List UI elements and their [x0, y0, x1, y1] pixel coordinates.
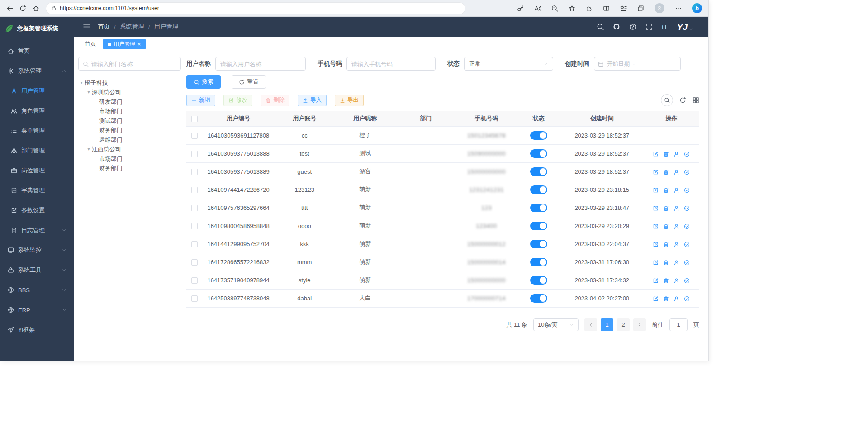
sidebar-item-dept[interactable]: 部门管理 [0, 141, 74, 161]
reset-password-button[interactable] [674, 169, 679, 175]
help-icon[interactable] [629, 23, 636, 30]
breadcrumb-item[interactable]: 系统管理 [120, 23, 144, 31]
sidebar-item-system[interactable]: 系统管理 [0, 61, 74, 81]
breadcrumb-item[interactable]: 首页 [98, 23, 110, 31]
browser-home-button[interactable] [33, 5, 39, 12]
row-checkbox[interactable] [191, 295, 198, 302]
user-menu[interactable]: YJ [677, 23, 693, 31]
sidebar-item-erp[interactable]: ERP [0, 300, 74, 320]
row-checkbox[interactable] [191, 169, 198, 175]
date-range-picker[interactable]: 开始日期 - [594, 57, 681, 71]
sidebar-item-monitor[interactable]: 系统监控 [0, 240, 74, 260]
status-toggle[interactable] [530, 167, 547, 176]
next-page-button[interactable] [633, 318, 646, 331]
page-size-select[interactable]: 10条/页 [533, 318, 579, 331]
add-button[interactable]: 新增 [186, 95, 215, 106]
tree-node[interactable]: ▾江西总公司 [78, 144, 181, 154]
assign-role-button[interactable] [684, 187, 690, 193]
reset-password-button[interactable] [674, 187, 679, 193]
reset-password-button[interactable] [674, 242, 679, 247]
phone-input[interactable] [346, 57, 436, 71]
page-button[interactable]: 1 [601, 318, 613, 331]
zoom-icon[interactable] [551, 5, 558, 12]
sidebar-item-log[interactable]: 日志管理 [0, 220, 74, 240]
sidebar-item-config[interactable]: 参数设置 [0, 200, 74, 220]
status-toggle[interactable] [530, 149, 547, 158]
fullscreen-icon[interactable] [645, 23, 653, 30]
browser-url-bar[interactable]: https://ccnetcore.com:1101/system/user [46, 2, 465, 14]
edit-row-button[interactable] [653, 169, 659, 175]
edit-row-button[interactable] [653, 242, 659, 247]
assign-role-button[interactable] [684, 151, 690, 157]
status-toggle[interactable] [530, 204, 547, 212]
tree-node[interactable]: 运维部门 [78, 135, 181, 144]
delete-row-button[interactable] [663, 242, 669, 247]
assign-role-button[interactable] [684, 260, 690, 266]
row-checkbox[interactable] [191, 151, 198, 157]
sidebar-item-post[interactable]: 岗位管理 [0, 161, 74, 181]
delete-row-button[interactable] [663, 296, 669, 302]
tab-user[interactable]: 用户管理× [103, 39, 146, 49]
refresh-table-button[interactable] [679, 97, 686, 104]
tree-node[interactable]: 市场部门 [78, 106, 181, 116]
tree-node[interactable]: ▾深圳总公司 [78, 87, 181, 97]
copilot-icon[interactable]: b [692, 3, 702, 13]
show-search-button[interactable] [661, 94, 673, 106]
github-icon[interactable] [613, 23, 620, 30]
row-checkbox[interactable] [191, 277, 198, 284]
split-screen-icon[interactable] [603, 5, 610, 12]
tree-node[interactable]: ▾橙子科技 [78, 78, 181, 87]
assign-role-button[interactable] [684, 278, 690, 284]
status-select[interactable]: 正常 [464, 57, 553, 71]
row-checkbox[interactable] [191, 133, 198, 139]
row-checkbox[interactable] [191, 187, 198, 193]
read-aloud-icon[interactable] [534, 5, 541, 12]
sidebar-item-home[interactable]: 首页 [0, 41, 74, 61]
edit-row-button[interactable] [653, 278, 659, 284]
reset-button[interactable]: 重置 [232, 75, 266, 89]
row-checkbox[interactable] [191, 205, 198, 211]
assign-role-button[interactable] [684, 205, 690, 211]
export-button[interactable]: 导出 [335, 95, 364, 106]
import-button[interactable]: 导入 [298, 95, 327, 106]
start-date-placeholder[interactable]: 开始日期 [607, 60, 630, 68]
reset-password-button[interactable] [674, 151, 679, 157]
page-button[interactable]: 2 [617, 318, 630, 331]
favorites-bar-icon[interactable] [620, 5, 627, 12]
sidebar-item-dict[interactable]: 字典管理 [0, 181, 74, 200]
sidebar-item-bbs[interactable]: BBS [0, 280, 74, 300]
collapse-sidebar-button[interactable] [83, 23, 90, 31]
status-toggle[interactable] [530, 131, 547, 140]
profile-avatar[interactable] [655, 3, 664, 13]
tree-node[interactable]: 测试部门 [78, 116, 181, 125]
tab-home[interactable]: 首页 [81, 39, 100, 49]
reset-password-button[interactable] [674, 260, 679, 266]
username-input[interactable] [215, 57, 306, 71]
status-toggle[interactable] [530, 258, 547, 266]
assign-role-button[interactable] [684, 169, 690, 175]
edit-row-button[interactable] [653, 296, 659, 302]
sidebar-item-yi[interactable]: Yi框架 [0, 320, 74, 340]
sidebar-item-role[interactable]: 角色管理 [0, 101, 74, 121]
search-button[interactable]: 搜索 [186, 75, 221, 89]
url-text[interactable]: https://ccnetcore.com:1101/system/user [60, 5, 159, 11]
assign-role-button[interactable] [684, 242, 690, 247]
column-settings-button[interactable] [693, 97, 699, 104]
font-size-icon[interactable]: tT [662, 24, 668, 30]
row-checkbox[interactable] [191, 223, 198, 229]
assign-role-button[interactable] [684, 296, 690, 302]
edit-row-button[interactable] [653, 151, 659, 157]
sidebar-item-menu[interactable]: 菜单管理 [0, 121, 74, 141]
tree-node[interactable]: 财务部门 [78, 125, 181, 135]
delete-button[interactable]: 删除 [261, 95, 289, 106]
edit-row-button[interactable] [653, 187, 659, 193]
delete-row-button[interactable] [663, 223, 669, 229]
collections-icon[interactable] [637, 5, 644, 12]
tree-node[interactable]: 市场部门 [78, 154, 181, 163]
status-toggle[interactable] [530, 240, 547, 248]
favorites-icon[interactable] [569, 5, 575, 12]
delete-row-button[interactable] [663, 187, 669, 193]
reset-password-button[interactable] [674, 296, 679, 302]
delete-row-button[interactable] [663, 260, 669, 266]
delete-row-button[interactable] [663, 278, 669, 284]
